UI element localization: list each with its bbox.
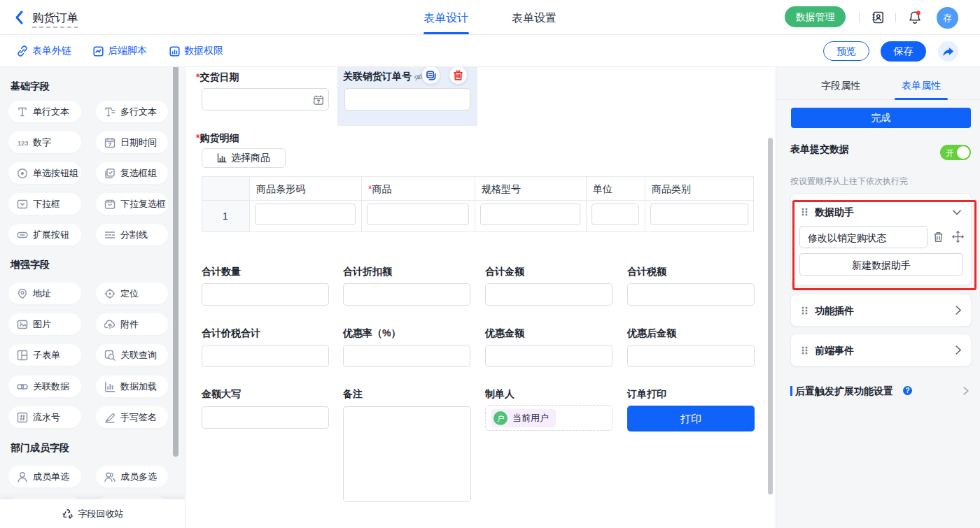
svg-text:123: 123 (18, 138, 28, 146)
